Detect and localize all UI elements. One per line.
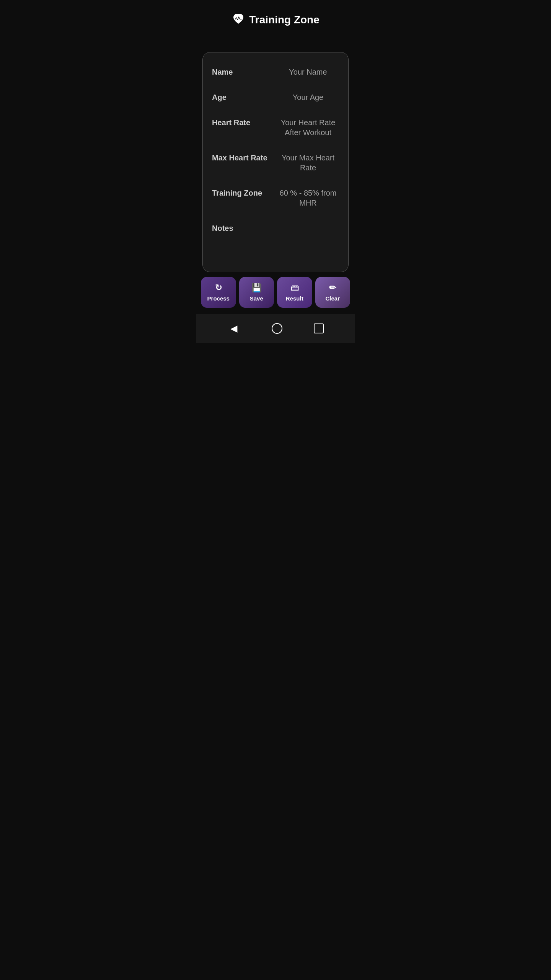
heart-rate-label: Heart Rate (212, 118, 277, 127)
training-zone-value: 60 % - 85% from MHR (277, 188, 339, 208)
heart-pulse-icon (231, 12, 245, 28)
name-row: Name Your Name (212, 60, 339, 84)
process-label: Process (207, 295, 230, 302)
eraser-icon: ✏ (329, 283, 336, 293)
result-button[interactable]: 🗃 Result (277, 277, 312, 308)
age-label: Age (212, 92, 277, 102)
result-label: Result (286, 295, 303, 302)
refresh-icon: ↻ (215, 283, 222, 293)
name-label: Name (212, 67, 277, 77)
max-heart-rate-row: Max Heart Rate Your Max Heart Rate (212, 146, 339, 180)
save-label: Save (250, 295, 263, 302)
notes-label: Notes (212, 223, 277, 233)
max-heart-rate-value: Your Max Heart Rate (277, 153, 339, 173)
back-icon: ◀ (230, 323, 237, 333)
main-card: Name Your Name Age Your Age Heart Rate Y… (202, 52, 349, 272)
age-row: Age Your Age (212, 85, 339, 109)
recent-nav-button[interactable] (314, 323, 324, 333)
training-zone-label: Training Zone (212, 188, 277, 198)
save-icon: 💾 (251, 283, 262, 293)
save-button[interactable]: 💾 Save (239, 277, 274, 308)
training-zone-row: Training Zone 60 % - 85% from MHR (212, 181, 339, 215)
age-value: Your Age (277, 92, 339, 102)
app-title: Training Zone (249, 14, 320, 26)
action-buttons: ↻ Process 💾 Save 🗃 Result ✏ Clear (196, 272, 355, 314)
header-spacer (196, 37, 355, 52)
heart-rate-value: Your Heart Rate After Workout (277, 118, 339, 137)
back-nav-button[interactable]: ◀ (227, 320, 240, 337)
clear-button[interactable]: ✏ Clear (315, 277, 350, 308)
heart-rate-row: Heart Rate Your Heart Rate After Workout (212, 111, 339, 144)
database-icon: 🗃 (290, 283, 299, 293)
clear-label: Clear (325, 295, 340, 302)
app-header: Training Zone (196, 0, 355, 37)
home-nav-button[interactable] (272, 323, 282, 334)
name-value: Your Name (277, 67, 339, 77)
process-button[interactable]: ↻ Process (201, 277, 236, 308)
max-heart-rate-label: Max Heart Rate (212, 153, 277, 163)
navigation-bar: ◀ (196, 314, 355, 343)
notes-row: Notes (212, 216, 339, 240)
